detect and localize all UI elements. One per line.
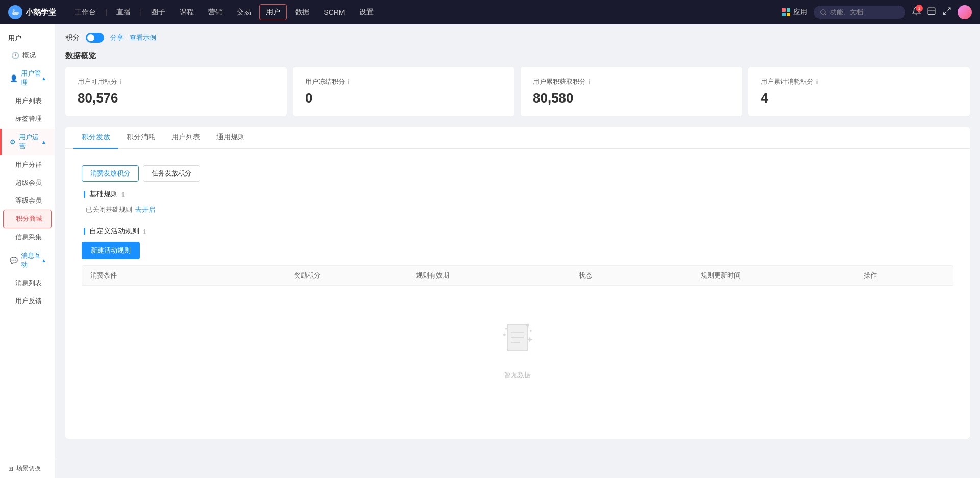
tabs-content-area: 积分发放 积分消耗 用户列表 通用规则 消费发放积分 任务发放积分 基础规则 xyxy=(65,127,970,439)
info-icon-available[interactable]: ℹ xyxy=(119,78,122,86)
expand-icon xyxy=(942,7,951,16)
notification-btn[interactable]: 1 xyxy=(912,7,921,18)
sidebar-usergroup-label: 用户分群 xyxy=(15,160,42,169)
sidebar-labelmgmt-label: 标签管理 xyxy=(15,114,42,123)
sidebar-group-user-operation[interactable]: ⚙ 用户运营 ▲ xyxy=(0,129,55,155)
nav-live[interactable]: 直播 xyxy=(110,5,137,20)
sidebar-msglist-label: 消息列表 xyxy=(15,279,42,288)
sub-tab-task-issue[interactable]: 任务发放积分 xyxy=(143,165,200,182)
th-condition: 消费条件 xyxy=(90,271,294,280)
layout: 用户 🕐 概况 👤 用户管理 ▲ 用户列表 标签管理 ⚙ 用 xyxy=(0,24,980,478)
tab-consume[interactable]: 积分消耗 xyxy=(118,127,163,149)
sidebar-group-message[interactable]: 💬 消息互动 ▲ xyxy=(0,247,55,273)
stat-card-available: 用户可用积分 ℹ 80,576 xyxy=(65,67,287,116)
nav-divider-1: | xyxy=(105,8,107,17)
th-validity: 规则有效期 xyxy=(416,271,579,280)
info-icon-earned[interactable]: ℹ xyxy=(588,78,591,86)
svg-point-12 xyxy=(505,328,507,329)
basic-rules-section: 基础规则 ℹ 已关闭基础规则 去开启 xyxy=(82,190,953,214)
msg-icon: 💬 xyxy=(10,257,18,264)
sidebar-pointsmall-label: 积分商城 xyxy=(16,214,42,223)
svg-line-1 xyxy=(825,14,826,15)
tab-user-list[interactable]: 用户列表 xyxy=(163,127,208,149)
sidebar-usermgmt-label: 用户管理 xyxy=(21,69,41,87)
search-box[interactable]: 功能、文档 xyxy=(814,6,905,19)
logo-icon: 🦢 xyxy=(8,5,22,19)
rules-area: 基础规则 ℹ 已关闭基础规则 去开启 自定义活动规则 ℹ xyxy=(74,182,962,431)
sidebar-item-user-list[interactable]: 用户列表 xyxy=(3,92,52,110)
info-icon-spent[interactable]: ℹ xyxy=(816,78,818,86)
stats-grid: 用户可用积分 ℹ 80,576 用户冻结积分 ℹ 0 用户累积获取积 xyxy=(65,67,970,116)
user-avatar[interactable] xyxy=(958,5,972,19)
sidebar-item-overview[interactable]: 🕐 概况 xyxy=(3,46,52,64)
sidebar-item-level-member[interactable]: 等级会员 xyxy=(3,192,52,209)
empty-state: 暂无数据 xyxy=(82,286,953,410)
sidebar-overview-label: 概况 xyxy=(22,51,36,60)
sub-tab-consume-issue[interactable]: 消费发放积分 xyxy=(82,165,139,182)
stat-label-total-earned: 用户累积获取积分 ℹ xyxy=(533,77,730,86)
sidebar-scene-label: 场景切换 xyxy=(16,464,41,473)
main-tabs-row: 积分发放 积分消耗 用户列表 通用规则 xyxy=(65,127,970,149)
sidebar-item-info-collect[interactable]: 信息采集 xyxy=(3,229,52,246)
sidebar-item-user-group[interactable]: 用户分群 xyxy=(3,156,52,173)
sidebar-item-label-management[interactable]: 标签管理 xyxy=(3,110,52,128)
tab-issue[interactable]: 积分发放 xyxy=(74,127,118,149)
scene-icon: ⊞ xyxy=(8,465,13,472)
custom-rules-info-icon[interactable]: ℹ xyxy=(143,228,146,235)
basic-rules-title: 基础规则 xyxy=(89,190,118,199)
nav-settings[interactable]: 设置 xyxy=(353,5,380,20)
search-icon xyxy=(820,9,827,16)
tab-general-rules[interactable]: 通用规则 xyxy=(208,127,253,149)
svg-line-3 xyxy=(948,8,950,10)
stat-label-available: 用户可用积分 ℹ xyxy=(78,77,275,86)
svg-point-11 xyxy=(503,334,506,336)
nav-scrm[interactable]: SCRM xyxy=(317,5,351,19)
basic-rules-info-icon[interactable]: ℹ xyxy=(122,191,125,198)
stat-value-frozen: 0 xyxy=(305,90,502,106)
nav-user[interactable]: 用户 xyxy=(259,4,287,20)
stat-value-total-spent: 4 xyxy=(761,90,958,106)
expand-btn[interactable] xyxy=(942,7,951,18)
nav-right: 功能、文档 1 xyxy=(814,5,972,19)
chevron-up-icon-msg: ▲ xyxy=(41,258,46,263)
basic-rules-header: 基础规则 ℹ xyxy=(82,190,953,199)
sidebar-item-points-mall[interactable]: 积分商城 xyxy=(3,210,52,228)
nav-marketing[interactable]: 营销 xyxy=(202,5,229,20)
nav-workbench[interactable]: 工作台 xyxy=(68,5,102,20)
nav-circle[interactable]: 圈子 xyxy=(145,5,172,20)
view-example-link[interactable]: 查看示例 xyxy=(130,33,156,42)
th-action: 操作 xyxy=(864,271,945,280)
sidebar-userlist-label: 用户列表 xyxy=(15,96,42,106)
sub-tabs: 消费发放积分 任务发放积分 xyxy=(74,157,962,182)
sidebar-group-user-management[interactable]: 👤 用户管理 ▲ xyxy=(0,65,55,91)
points-toggle[interactable] xyxy=(86,33,104,43)
nav-course[interactable]: 课程 xyxy=(174,5,200,20)
nav-data[interactable]: 数据 xyxy=(289,5,315,20)
sidebar-item-user-feedback[interactable]: 用户反馈 xyxy=(3,292,52,310)
stat-card-frozen: 用户冻结积分 ℹ 0 xyxy=(293,67,514,116)
nav-divider-2: | xyxy=(140,8,142,17)
info-icon-frozen[interactable]: ℹ xyxy=(347,78,350,86)
nav-apps[interactable]: 应用 xyxy=(776,8,814,17)
content-card: 消费发放积分 任务发放积分 基础规则 ℹ 已关闭基础规则 去开启 xyxy=(65,149,970,439)
section-bar xyxy=(84,191,85,198)
new-rule-btn[interactable]: 新建活动规则 xyxy=(82,242,140,259)
sidebar-item-super-member[interactable]: 超级会员 xyxy=(3,174,52,191)
custom-rules-header: 自定义活动规则 ℹ xyxy=(82,227,953,236)
basic-rules-open-link[interactable]: 去开启 xyxy=(135,205,155,214)
share-link[interactable]: 分享 xyxy=(110,33,124,42)
stat-label-frozen: 用户冻结积分 ℹ xyxy=(305,77,502,86)
window-btn[interactable] xyxy=(927,7,936,18)
sidebar-bottom-scene[interactable]: ⊞ 场景切换 xyxy=(0,459,55,478)
stat-label-total-spent: 用户累计消耗积分 ℹ xyxy=(761,77,958,86)
chevron-up-icon-userop: ▲ xyxy=(41,139,46,145)
sidebar-supermember-label: 超级会员 xyxy=(15,178,42,187)
sidebar-item-message-list[interactable]: 消息列表 xyxy=(3,274,52,292)
apps-grid-icon xyxy=(782,8,790,16)
svg-point-0 xyxy=(821,10,825,14)
logo[interactable]: 🦢 小鹅学堂 xyxy=(8,5,56,19)
nav-items: 工作台 | 直播 | 圈子 课程 营销 交易 用户 数据 SCRM 设置 xyxy=(68,4,776,20)
svg-rect-2 xyxy=(928,8,935,15)
notification-badge: 1 xyxy=(916,5,923,12)
nav-trade[interactable]: 交易 xyxy=(231,5,257,20)
